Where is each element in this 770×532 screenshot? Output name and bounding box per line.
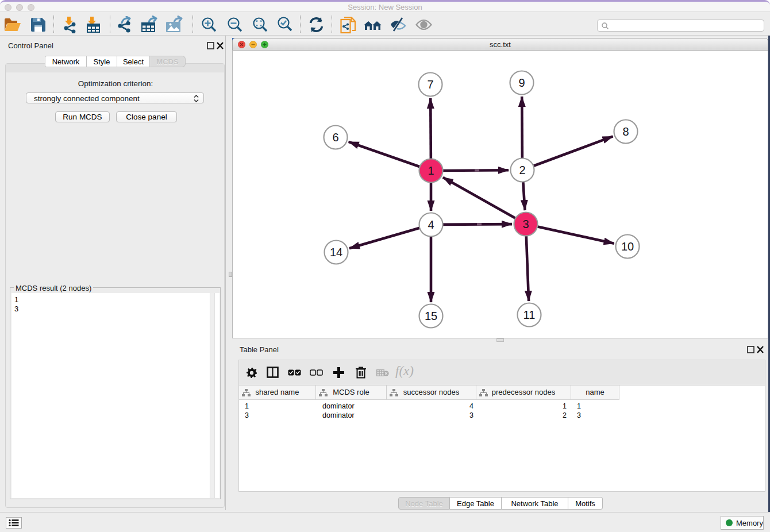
svg-text:7: 7 [427,78,433,91]
svg-text:8: 8 [622,125,629,138]
svg-text:14: 14 [330,246,342,259]
svg-text:3: 3 [522,218,529,230]
svg-text:2: 2 [519,164,525,176]
svg-text:11: 11 [523,309,536,321]
svg-text:15: 15 [425,310,437,322]
svg-text:9: 9 [518,76,525,89]
svg-text:10: 10 [621,240,634,253]
svg-text:1: 1 [428,164,434,177]
svg-text:6: 6 [332,131,338,144]
svg-text:4: 4 [428,218,434,231]
